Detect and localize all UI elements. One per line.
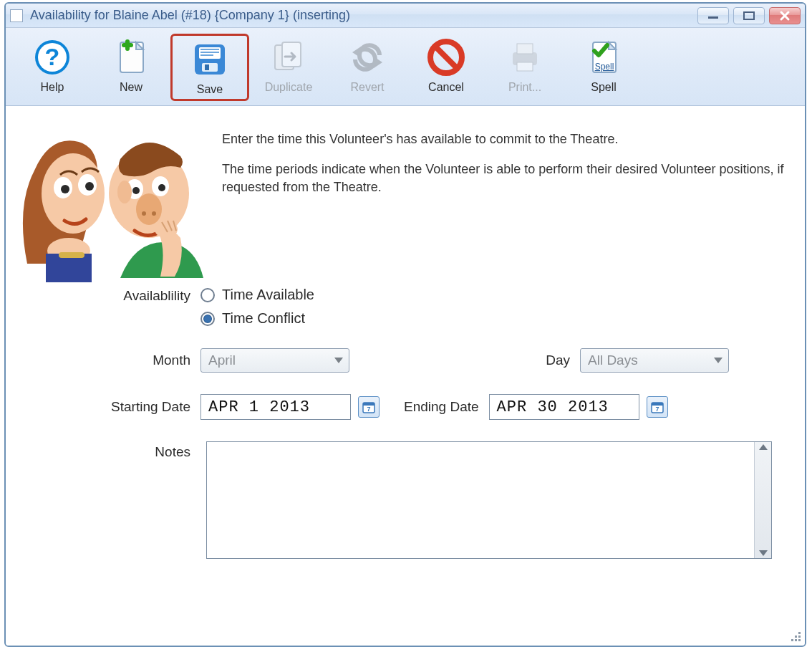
ending-date-picker-button[interactable]: 7: [647, 396, 668, 418]
dialog-body: Enter the time this Volunteer's has avai…: [6, 106, 805, 646]
svg-line-19: [436, 47, 456, 67]
chevron-down-icon: [334, 358, 343, 363]
svg-marker-17: [374, 57, 382, 68]
svg-rect-12: [202, 63, 218, 72]
titlebar: Availability for Blaine Abel (#18) {Comp…: [6, 4, 805, 28]
cancel-icon: [425, 37, 467, 78]
radio-label: Time Available: [222, 287, 314, 303]
svg-point-28: [61, 185, 69, 193]
svg-rect-22: [517, 62, 533, 71]
duplicate-icon: [268, 37, 309, 78]
radio-icon: [200, 288, 215, 302]
chevron-down-icon: [714, 358, 722, 363]
svg-point-42: [117, 181, 132, 203]
svg-rect-10: [200, 52, 219, 53]
svg-text:7: 7: [367, 406, 370, 413]
scroll-up-icon: [759, 444, 768, 450]
svg-text:7: 7: [655, 406, 659, 413]
intro-line-2: The time periods indicate when the Volun…: [222, 160, 798, 196]
calendar-icon: 7: [362, 400, 376, 414]
month-select[interactable]: April: [200, 348, 349, 373]
window-controls: [697, 7, 801, 24]
svg-rect-9: [200, 49, 219, 50]
cancel-button[interactable]: Cancel: [407, 34, 485, 101]
resize-grip[interactable]: [789, 630, 802, 643]
calendar-icon: 7: [650, 400, 664, 414]
intro-line-1: Enter the time this Volunteer's has avai…: [222, 130, 798, 148]
close-button[interactable]: [769, 7, 801, 24]
spell-icon: Spell: [583, 37, 624, 78]
month-value: April: [208, 353, 236, 368]
print-icon: [504, 37, 546, 78]
svg-point-41: [152, 211, 156, 216]
help-button[interactable]: ? Help: [13, 34, 92, 101]
spell-button[interactable]: Spell Spell: [564, 34, 643, 101]
new-icon: [110, 37, 152, 78]
radio-time-conflict[interactable]: Time Conflict: [200, 310, 314, 327]
starting-date-label: Starting Date: [39, 399, 200, 415]
maximize-icon: [743, 11, 755, 21]
save-label: Save: [197, 83, 223, 96]
revert-button[interactable]: Revert: [328, 34, 407, 101]
duplicate-label: Duplicate: [265, 81, 313, 94]
help-icon: ?: [32, 37, 73, 78]
starting-date-input[interactable]: APR 1 2013: [200, 394, 351, 420]
new-label: New: [120, 81, 142, 94]
save-icon: [189, 39, 231, 80]
radio-time-available[interactable]: Time Available: [200, 287, 314, 303]
app-icon: [10, 9, 23, 22]
svg-point-39: [136, 193, 162, 225]
minimize-button[interactable]: [697, 7, 729, 24]
svg-text:Spell: Spell: [595, 62, 614, 72]
duplicate-button[interactable]: Duplicate: [249, 34, 328, 101]
dialog-window: Availability for Blaine Abel (#18) {Comp…: [4, 2, 806, 647]
radio-icon: [200, 312, 215, 326]
availability-label: Availablility: [39, 287, 200, 304]
month-label: Month: [39, 353, 200, 368]
svg-rect-1: [744, 12, 754, 19]
ending-date-input[interactable]: APR 30 2013: [489, 394, 639, 420]
maximize-button[interactable]: [733, 7, 765, 24]
save-button[interactable]: Save: [170, 34, 249, 101]
svg-point-38: [158, 184, 165, 191]
ending-date-value: APR 30 2013: [497, 398, 609, 416]
toolbar: ? Help New Save: [6, 28, 805, 106]
notes-scrollbar[interactable]: [754, 442, 771, 558]
people-illustration: [13, 113, 209, 284]
window-title: Availability for Blaine Abel (#18) {Comp…: [30, 8, 697, 23]
svg-rect-13: [205, 64, 209, 70]
starting-date-picker-button[interactable]: 7: [358, 396, 380, 418]
svg-point-36: [132, 187, 140, 194]
cancel-label: Cancel: [428, 81, 464, 94]
new-button[interactable]: New: [92, 34, 170, 101]
day-value: All Days: [588, 353, 638, 368]
svg-rect-33: [59, 252, 84, 258]
day-select[interactable]: All Days: [580, 348, 729, 373]
revert-icon: [347, 37, 388, 78]
svg-point-40: [142, 211, 146, 216]
print-label: Print...: [508, 81, 541, 94]
svg-text:?: ?: [45, 43, 60, 70]
notes-label: Notes: [39, 441, 200, 460]
svg-rect-0: [708, 16, 718, 19]
starting-date-value: APR 1 2013: [208, 398, 310, 416]
spell-label: Spell: [591, 81, 617, 94]
svg-point-30: [85, 182, 94, 191]
radio-label: Time Conflict: [222, 310, 305, 327]
close-icon: [779, 10, 791, 21]
print-button[interactable]: Print...: [485, 34, 564, 101]
minimize-icon: [707, 12, 720, 19]
ending-date-label: Ending Date: [404, 399, 489, 415]
svg-rect-21: [517, 44, 533, 54]
intro-text: Enter the time this Volunteer's has avai…: [222, 113, 798, 284]
svg-rect-11: [200, 54, 213, 56]
svg-point-26: [42, 153, 105, 234]
day-label: Day: [530, 353, 580, 368]
revert-label: Revert: [350, 81, 384, 94]
scroll-down-icon: [759, 550, 768, 556]
notes-textarea[interactable]: [207, 442, 754, 558]
help-label: Help: [41, 81, 64, 94]
